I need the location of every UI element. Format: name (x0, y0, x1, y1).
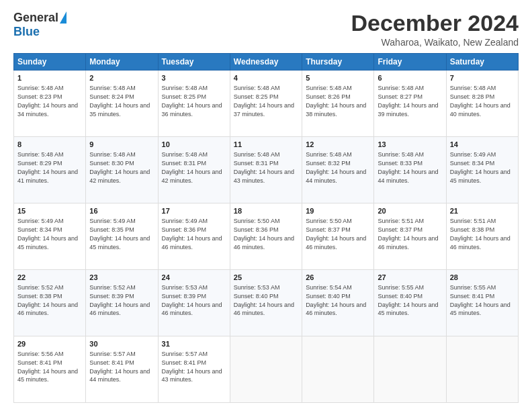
calendar-week-row: 29 Sunrise: 5:56 AMSunset: 8:41 PMDaylig… (14, 336, 519, 403)
day-detail: Sunrise: 5:54 AMSunset: 8:40 PMDaylight:… (306, 284, 366, 316)
day-number: 12 (306, 140, 370, 150)
calendar-cell: 11 Sunrise: 5:48 AMSunset: 8:31 PMDaylig… (230, 137, 302, 203)
logo-blue-text: Blue (13, 25, 40, 39)
calendar-cell: 5 Sunrise: 5:48 AMSunset: 8:26 PMDayligh… (302, 71, 374, 137)
location-title: Waharoa, Waikato, New Zealand (351, 37, 519, 48)
calendar-cell: 15 Sunrise: 5:49 AMSunset: 8:34 PMDaylig… (14, 203, 86, 270)
calendar-cell: 24 Sunrise: 5:53 AMSunset: 8:39 PMDaylig… (158, 270, 230, 336)
day-detail: Sunrise: 5:49 AMSunset: 8:34 PMDaylight:… (17, 218, 78, 250)
calendar-cell: 25 Sunrise: 5:53 AMSunset: 8:40 PMDaylig… (230, 270, 302, 336)
day-detail: Sunrise: 5:48 AMSunset: 8:23 PMDaylight:… (17, 85, 78, 117)
day-number: 30 (89, 339, 154, 349)
day-number: 29 (17, 339, 82, 349)
calendar-cell: 14 Sunrise: 5:49 AMSunset: 8:34 PMDaylig… (446, 137, 518, 203)
calendar-cell: 31 Sunrise: 5:57 AMSunset: 8:41 PMDaylig… (158, 336, 230, 403)
day-number: 15 (17, 206, 82, 216)
calendar-cell: 13 Sunrise: 5:48 AMSunset: 8:33 PMDaylig… (374, 137, 446, 203)
day-number: 14 (450, 140, 515, 150)
day-detail: Sunrise: 5:55 AMSunset: 8:40 PMDaylight:… (378, 284, 438, 316)
calendar-day-header: Monday (86, 54, 158, 71)
day-number: 27 (378, 273, 442, 283)
page: General Blue December 2024 Waharoa, Waik… (0, 0, 532, 411)
calendar-cell: 1 Sunrise: 5:48 AMSunset: 8:23 PMDayligh… (14, 71, 86, 137)
day-detail: Sunrise: 5:50 AMSunset: 8:36 PMDaylight:… (234, 218, 294, 250)
day-detail: Sunrise: 5:48 AMSunset: 8:32 PMDaylight:… (306, 151, 366, 183)
calendar-cell: 12 Sunrise: 5:48 AMSunset: 8:32 PMDaylig… (302, 137, 374, 203)
month-title: December 2024 (351, 11, 519, 36)
calendar-cell: 28 Sunrise: 5:55 AMSunset: 8:41 PMDaylig… (446, 270, 518, 336)
day-number: 16 (89, 206, 154, 216)
calendar-cell: 9 Sunrise: 5:48 AMSunset: 8:30 PMDayligh… (86, 137, 158, 203)
day-number: 17 (162, 206, 226, 216)
calendar-cell: 17 Sunrise: 5:49 AMSunset: 8:36 PMDaylig… (158, 203, 230, 270)
day-number: 22 (17, 273, 82, 283)
calendar-cell: 16 Sunrise: 5:49 AMSunset: 8:35 PMDaylig… (86, 203, 158, 270)
logo-general-text: General (13, 11, 58, 25)
logo-area: General Blue (13, 11, 66, 39)
day-detail: Sunrise: 5:48 AMSunset: 8:24 PMDaylight:… (89, 85, 150, 117)
calendar-cell: 6 Sunrise: 5:48 AMSunset: 8:27 PMDayligh… (374, 71, 446, 137)
day-detail: Sunrise: 5:48 AMSunset: 8:25 PMDaylight:… (234, 85, 294, 117)
day-number: 6 (378, 73, 442, 83)
day-number: 10 (162, 140, 226, 150)
calendar-cell (230, 336, 302, 403)
calendar-cell (446, 336, 518, 403)
logo: General (13, 11, 66, 25)
day-detail: Sunrise: 5:49 AMSunset: 8:36 PMDaylight:… (162, 218, 222, 250)
day-detail: Sunrise: 5:49 AMSunset: 8:35 PMDaylight:… (89, 218, 150, 250)
day-detail: Sunrise: 5:48 AMSunset: 8:30 PMDaylight:… (89, 151, 150, 183)
day-detail: Sunrise: 5:51 AMSunset: 8:38 PMDaylight:… (450, 218, 511, 250)
day-detail: Sunrise: 5:55 AMSunset: 8:41 PMDaylight:… (450, 284, 511, 316)
calendar-day-header: Friday (374, 54, 446, 71)
day-detail: Sunrise: 5:48 AMSunset: 8:31 PMDaylight:… (162, 151, 222, 183)
day-number: 9 (89, 140, 154, 150)
calendar-cell: 22 Sunrise: 5:52 AMSunset: 8:38 PMDaylig… (14, 270, 86, 336)
day-number: 19 (306, 206, 370, 216)
calendar-cell: 27 Sunrise: 5:55 AMSunset: 8:40 PMDaylig… (374, 270, 446, 336)
calendar-day-header: Wednesday (230, 54, 302, 71)
day-detail: Sunrise: 5:53 AMSunset: 8:39 PMDaylight:… (162, 284, 222, 316)
day-detail: Sunrise: 5:48 AMSunset: 8:27 PMDaylight:… (378, 85, 438, 117)
day-number: 3 (162, 73, 226, 83)
calendar-week-row: 1 Sunrise: 5:48 AMSunset: 8:23 PMDayligh… (14, 71, 519, 137)
calendar-cell: 3 Sunrise: 5:48 AMSunset: 8:25 PMDayligh… (158, 71, 230, 137)
day-number: 1 (17, 73, 82, 83)
day-number: 2 (89, 73, 154, 83)
day-detail: Sunrise: 5:50 AMSunset: 8:37 PMDaylight:… (306, 218, 366, 250)
calendar-header-row: SundayMondayTuesdayWednesdayThursdayFrid… (14, 54, 519, 71)
day-number: 18 (234, 206, 298, 216)
calendar-cell (302, 336, 374, 403)
calendar-week-row: 8 Sunrise: 5:48 AMSunset: 8:29 PMDayligh… (14, 137, 519, 203)
day-detail: Sunrise: 5:52 AMSunset: 8:39 PMDaylight:… (89, 284, 150, 316)
day-number: 23 (89, 273, 154, 283)
day-detail: Sunrise: 5:53 AMSunset: 8:40 PMDaylight:… (234, 284, 294, 316)
day-detail: Sunrise: 5:57 AMSunset: 8:41 PMDaylight:… (89, 351, 150, 383)
day-detail: Sunrise: 5:51 AMSunset: 8:37 PMDaylight:… (378, 218, 438, 250)
logo-triangle-icon (60, 11, 66, 24)
day-number: 25 (234, 273, 298, 283)
calendar-day-header: Sunday (14, 54, 86, 71)
calendar-week-row: 15 Sunrise: 5:49 AMSunset: 8:34 PMDaylig… (14, 203, 519, 270)
day-number: 31 (162, 339, 226, 349)
calendar-cell: 8 Sunrise: 5:48 AMSunset: 8:29 PMDayligh… (14, 137, 86, 203)
day-number: 24 (162, 273, 226, 283)
day-number: 4 (234, 73, 298, 83)
day-number: 11 (234, 140, 298, 150)
calendar-cell (374, 336, 446, 403)
day-number: 7 (450, 73, 515, 83)
calendar-day-header: Thursday (302, 54, 374, 71)
day-number: 21 (450, 206, 515, 216)
calendar-cell: 4 Sunrise: 5:48 AMSunset: 8:25 PMDayligh… (230, 71, 302, 137)
day-number: 20 (378, 206, 442, 216)
day-detail: Sunrise: 5:49 AMSunset: 8:34 PMDaylight:… (450, 151, 511, 183)
calendar-cell: 19 Sunrise: 5:50 AMSunset: 8:37 PMDaylig… (302, 203, 374, 270)
calendar-cell: 23 Sunrise: 5:52 AMSunset: 8:39 PMDaylig… (86, 270, 158, 336)
day-detail: Sunrise: 5:56 AMSunset: 8:41 PMDaylight:… (17, 351, 78, 383)
day-number: 8 (17, 140, 82, 150)
header: General Blue December 2024 Waharoa, Waik… (13, 11, 519, 48)
calendar-day-header: Tuesday (158, 54, 230, 71)
day-detail: Sunrise: 5:57 AMSunset: 8:41 PMDaylight:… (162, 351, 222, 383)
day-number: 26 (306, 273, 370, 283)
title-area: December 2024 Waharoa, Waikato, New Zeal… (351, 11, 519, 48)
day-number: 5 (306, 73, 370, 83)
